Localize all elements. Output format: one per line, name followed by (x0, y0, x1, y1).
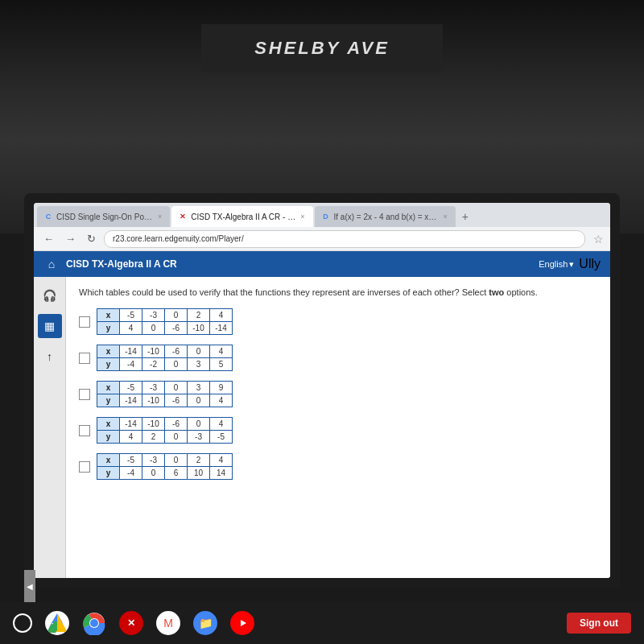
home-button[interactable]: ⌂ (43, 256, 60, 272)
tab-functions[interactable]: D If a(x) = 2x - 4 and b(x) = x + 2, w..… (315, 206, 456, 227)
chevron-down-icon: ▾ (569, 259, 574, 270)
option-checkbox-3[interactable] (79, 389, 90, 400)
svg-point-9 (90, 619, 98, 627)
app-title-text: CISD TX-Algebra II A CR (66, 258, 177, 270)
option-checkbox-2[interactable] (79, 353, 90, 364)
forward-button[interactable]: → (62, 231, 79, 246)
shelf-sign: SHELBY AVE (254, 38, 390, 59)
app-title-group: ⌂ CISD TX-Algebra II A CR (43, 256, 177, 272)
browser-tabs: C CISD Single Sign-On Portal × ✕ CISD TX… (34, 203, 610, 227)
data-table-2: x-14-10-604y-4-2035 (97, 345, 233, 371)
headphones-button[interactable]: 🎧 (38, 283, 62, 308)
data-table-3: x-5-3039y-14-10-604 (97, 381, 233, 407)
taskbar: ✕ M 📁 Sign out (0, 602, 644, 644)
edgenuity-icon-label: ✕ (127, 617, 135, 629)
data-table-4: x-14-10-604y420-3-5 (97, 417, 233, 444)
back-button[interactable]: ← (40, 231, 57, 246)
main-content: 🎧 ▦ ↑ Which tables could be used to veri… (34, 277, 610, 578)
tab-favicon-functions: D (321, 212, 331, 221)
tab-label-algebra: CISD TX-Algebra II A CR - Edgenu... (191, 213, 295, 221)
tab-sso[interactable]: C CISD Single Sign-On Portal × (37, 206, 170, 227)
username-display: Ully (579, 257, 601, 271)
tab-algebra[interactable]: ✕ CISD TX-Algebra II A CR - Edgenu... × (171, 206, 312, 227)
option-row-5: x-5-3024y-4061014 (79, 453, 597, 480)
shelf-area: SHELBY AVE (201, 24, 443, 72)
new-tab-button[interactable]: + (457, 208, 473, 225)
upload-button[interactable]: ↑ (38, 345, 62, 369)
taskbar-files-icon[interactable]: 📁 (193, 611, 217, 635)
files-icon-label: 📁 (199, 617, 213, 630)
left-panel-toggle[interactable]: ◀ (24, 570, 35, 602)
chromeos-circle-button[interactable] (13, 613, 32, 633)
question-text: Which tables could be used to verify tha… (79, 287, 597, 299)
options-container: x-5-3024y40-6-10-14x-14-10-604y-4-2035x-… (79, 308, 597, 480)
reload-button[interactable]: ↻ (84, 231, 99, 246)
address-bar[interactable]: r23.core.learn.edgenuity.com/Player/ (104, 230, 585, 248)
taskbar-gmail-icon[interactable]: M (156, 611, 180, 635)
option-row-3: x-5-3039y-14-10-604 (79, 381, 597, 407)
option-row-2: x-14-10-604y-4-2035 (79, 345, 597, 371)
option-checkbox-5[interactable] (79, 461, 90, 473)
browser-toolbar: ← → ↻ r23.core.learn.edgenuity.com/Playe… (34, 227, 610, 251)
calculator-button[interactable]: ▦ (38, 314, 62, 338)
bookmark-icon[interactable]: ☆ (593, 233, 604, 246)
content-area: Which tables could be used to verify tha… (66, 277, 610, 578)
tab-favicon-sso: C (43, 212, 53, 221)
language-selector[interactable]: English ▾ (539, 259, 574, 270)
option-checkbox-4[interactable] (79, 425, 90, 436)
tab-close-functions[interactable]: × (442, 213, 449, 221)
gmail-icon-label: M (163, 617, 173, 630)
taskbar-youtube-icon[interactable] (230, 611, 254, 635)
taskbar-drive-icon[interactable] (45, 611, 69, 635)
data-table-5: x-5-3024y-4061014 (97, 453, 233, 480)
browser-window: C CISD Single Sign-On Portal × ✕ CISD TX… (34, 203, 610, 578)
option-row-1: x-5-3024y40-6-10-14 (79, 308, 597, 335)
left-sidebar: 🎧 ▦ ↑ (34, 277, 66, 578)
option-checkbox-1[interactable] (79, 316, 90, 328)
taskbar-chrome-icon[interactable] (82, 611, 106, 635)
taskbar-edgenuity-icon[interactable]: ✕ (119, 611, 143, 635)
tab-close-algebra[interactable]: × (299, 213, 306, 221)
option-row-4: x-14-10-604y420-3-5 (79, 417, 597, 444)
app-header: ⌂ CISD TX-Algebra II A CR English ▾ Ully (34, 251, 610, 277)
tab-label-sso: CISD Single Sign-On Portal (56, 213, 153, 221)
url-text: r23.core.learn.edgenuity.com/Player/ (113, 234, 244, 243)
language-label: English (539, 259, 568, 269)
header-right: English ▾ Ully (539, 257, 601, 271)
sign-out-button[interactable]: Sign out (567, 613, 631, 634)
data-table-1: x-5-3024y40-6-10-14 (97, 308, 233, 335)
tab-favicon-algebra: ✕ (178, 212, 188, 221)
laptop-bezel: C CISD Single Sign-On Portal × ✕ CISD TX… (24, 193, 620, 588)
tab-label-functions: If a(x) = 2x - 4 and b(x) = x + 2, w... (334, 213, 439, 221)
tab-close-sso[interactable]: × (156, 213, 163, 221)
